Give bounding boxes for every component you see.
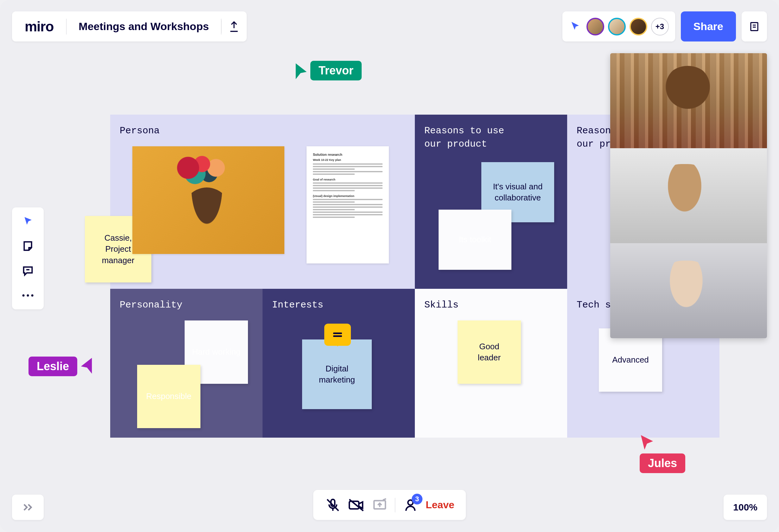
remote-cursor-trevor: Trevor: [295, 61, 362, 80]
chevrons-right-icon: [22, 503, 34, 512]
cell-interests[interactable]: Interests Digital marketing: [262, 289, 415, 437]
camera-off-icon: [348, 498, 364, 512]
cursor-pointer-icon: [640, 434, 654, 452]
remote-cursor-jules: Jules: [640, 434, 685, 473]
app-logo[interactable]: miro: [12, 19, 66, 35]
cursor-pointer-icon: [78, 357, 93, 375]
cursor-following-icon[interactable]: [569, 20, 583, 34]
participants-button[interactable]: 3: [402, 497, 419, 513]
comment-tool[interactable]: [20, 263, 36, 278]
mic-toggle[interactable]: [324, 497, 341, 513]
cursor-name-tag: Trevor: [310, 61, 362, 80]
document-icon: [748, 20, 760, 33]
zoom-level[interactable]: 100%: [724, 495, 767, 520]
more-icon: [21, 294, 34, 297]
cell-title: Reasons to use our product: [424, 124, 558, 151]
comment-lines-icon: [331, 332, 344, 338]
cell-title: Skills: [424, 298, 558, 312]
comment-thread[interactable]: [324, 323, 351, 346]
video-participant[interactable]: [610, 243, 767, 338]
cell-personality[interactable]: Personality Hard working Responsible: [110, 289, 262, 437]
svg-rect-5: [333, 335, 342, 337]
more-tools[interactable]: [20, 288, 36, 303]
collaborators-box: +3: [562, 11, 675, 42]
avatar[interactable]: [608, 18, 626, 36]
video-participant[interactable]: [610, 148, 767, 243]
board-header: miro Meetings and Workshops: [12, 11, 247, 42]
camera-toggle[interactable]: [348, 497, 364, 513]
cursor-icon: [22, 216, 34, 227]
board-title[interactable]: Meetings and Workshops: [66, 20, 221, 33]
select-tool[interactable]: [20, 214, 36, 229]
topbar: miro Meetings and Workshops: [12, 11, 247, 42]
participants-count-badge: 3: [412, 494, 422, 505]
screen-share-icon: [372, 498, 387, 512]
sticky-note-icon: [21, 240, 34, 252]
video-participant[interactable]: [610, 53, 767, 148]
cell-skills[interactable]: Skills Good leader: [415, 289, 567, 437]
cursor-name-tag: Leslie: [28, 357, 77, 376]
mic-off-icon: [325, 497, 341, 513]
doc-heading: Solution research: [313, 153, 382, 157]
share-button[interactable]: Share: [681, 11, 736, 42]
persona-photo[interactable]: [132, 146, 284, 254]
persona-document[interactable]: Solution research Week 10-22 Key plan Go…: [306, 146, 389, 263]
svg-rect-4: [333, 333, 342, 334]
call-controls: 3 Leave: [313, 490, 466, 520]
cursor-name-tag: Jules: [640, 454, 685, 473]
sticky-note-tool[interactable]: [20, 238, 36, 254]
cell-reasons-1[interactable]: Reasons to use our product It's visual a…: [415, 115, 567, 289]
top-right-controls: +3 Share: [562, 11, 767, 42]
avatar[interactable]: [630, 18, 647, 36]
svg-point-2: [27, 295, 29, 297]
more-collaborators[interactable]: +3: [651, 18, 669, 36]
comment-icon: [21, 264, 34, 277]
cell-persona[interactable]: Persona Cassie, Project manager Solution…: [110, 115, 415, 289]
video-call-panel[interactable]: [610, 53, 767, 338]
cursor-follow-icon: [570, 20, 582, 33]
svg-point-1: [22, 295, 25, 297]
sticky-note[interactable]: Its toolkit: [438, 210, 512, 270]
divider: [395, 498, 395, 512]
expand-panel-button[interactable]: [12, 495, 44, 520]
sticky-note[interactable]: Responsible: [137, 365, 200, 428]
svg-point-3: [32, 295, 34, 297]
avatar[interactable]: [587, 18, 604, 36]
export-button[interactable]: [221, 20, 247, 33]
leave-call-button[interactable]: Leave: [426, 499, 455, 511]
left-toolbar: [12, 208, 44, 309]
cursor-pointer-icon: [295, 62, 309, 80]
upload-icon: [228, 20, 240, 33]
sticky-note[interactable]: Good leader: [458, 320, 521, 384]
remote-cursor-leslie: Leslie: [28, 357, 93, 376]
cell-title: Personality: [120, 298, 253, 312]
cell-title: Interests: [272, 298, 405, 312]
screen-share-toggle[interactable]: [371, 497, 388, 513]
details-button[interactable]: [742, 11, 767, 42]
cell-title: Persona: [120, 124, 405, 137]
